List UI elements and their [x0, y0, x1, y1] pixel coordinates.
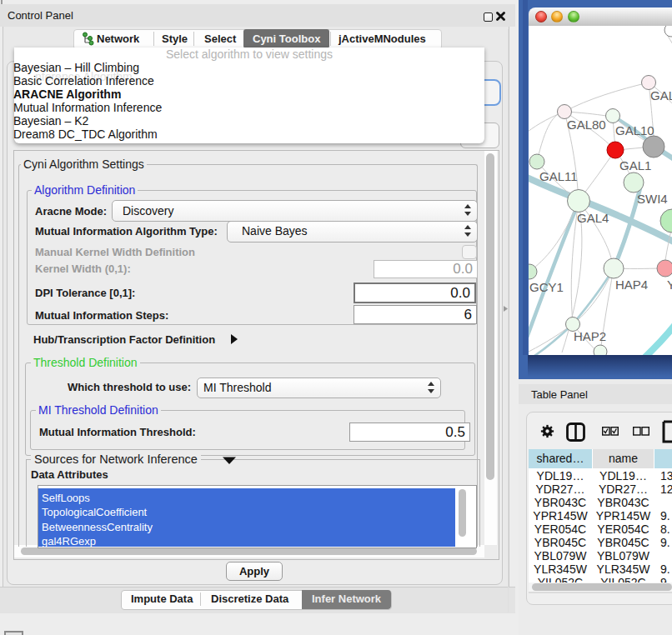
svg-text:GAL1: GAL1: [619, 158, 651, 172]
svg-text:GAL80: GAL80: [567, 118, 606, 132]
svg-text:HAP2: HAP2: [574, 329, 606, 343]
svg-text:SWI4: SWI4: [637, 192, 668, 206]
svg-text:GCY1: GCY1: [529, 280, 564, 294]
svg-text:HAP4: HAP4: [615, 278, 648, 292]
svg-text:Y: Y: [667, 278, 672, 292]
svg-text:GAL10: GAL10: [615, 123, 654, 138]
svg-text:GAL4: GAL4: [577, 211, 609, 225]
svg-text:GAL11: GAL11: [539, 169, 578, 183]
svg-text:GAL: GAL: [650, 88, 672, 102]
